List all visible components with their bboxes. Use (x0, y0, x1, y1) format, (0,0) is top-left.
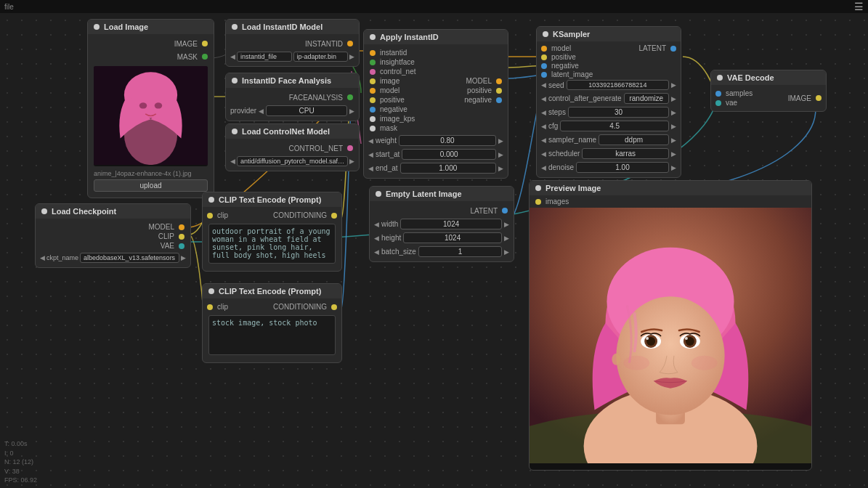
batch-size-widget: ◀ batch_size 1 ▶ (370, 245, 514, 259)
load-image-header: Load Image (88, 20, 214, 34)
load-checkpoint-header: Load Checkpoint (36, 204, 190, 219)
conditioning-neg-out-conn (331, 304, 337, 310)
imagekps-in-conn (370, 116, 376, 122)
negative-in-conn (370, 107, 376, 113)
controlnet-header: Load ControlNet Model (226, 124, 359, 139)
negative-prompt-textarea[interactable]: stock image, stock photo (208, 315, 336, 355)
instantid-output-row: INSTANTID (226, 37, 359, 50)
node-dot (543, 31, 548, 37)
face-analysis-header: InstantID Face Analysis (226, 73, 359, 88)
vae-samples-conn (715, 91, 721, 97)
svg-point-4 (139, 102, 147, 108)
vae-decode-header: VAE Decode (711, 70, 826, 85)
controlnet-output-row: CONTROL_NET (226, 142, 359, 155)
checkpoint-outputs: MODEL CLIP VAE (36, 221, 190, 251)
status-v: V: 38 (4, 467, 37, 476)
positive-prompt-textarea[interactable]: outdoor portrait of a young woman in a w… (208, 224, 336, 264)
clip-text-negative-header: CLIP Text Encode (Prompt) (203, 284, 341, 298)
latent-out-conn (502, 208, 508, 214)
preview-image-display (530, 208, 811, 463)
ckpt-arrow-right[interactable]: ▶ (181, 254, 186, 261)
checkpoint-vae-conn (179, 243, 184, 249)
ckpt-arrow-left[interactable]: ◀ (40, 254, 45, 261)
width-widget: ◀ width 1024 ▶ (370, 217, 514, 231)
provider-arrow-right[interactable]: ▶ (349, 107, 354, 115)
status-bar: T: 0.00s I: 0 N: 12 (12) V: 38 FPS: 06.9… (4, 439, 37, 485)
positive-in-conn (370, 97, 376, 103)
load-instantid-header: Load InstantID Model (226, 20, 359, 34)
control-after-widget: ◀ control_after_generate randomize ▶ (537, 92, 681, 105)
provider-arrow-left[interactable]: ◀ (259, 107, 264, 115)
node-dot (232, 129, 238, 134)
controlnet-model-widget: ◀ antid/diffusion_pytorch_model.safetens… (230, 156, 354, 166)
preview-images-label: images (530, 195, 811, 208)
arrow-left-icon2[interactable]: ◀ (230, 158, 235, 165)
ks-latent-out-conn (670, 46, 676, 52)
start-at-widget: ◀ start_at 0.000 ▶ (364, 147, 508, 161)
svg-point-21 (685, 337, 688, 340)
empty-latent-node: Empty Latent Image LATENT ◀ width 1024 ▶… (369, 186, 514, 262)
image-in-conn (370, 78, 376, 84)
seed-widget: ◀ seed 1033921866788214 ▶ (537, 78, 681, 92)
ks-negative-conn (541, 63, 547, 69)
instantid-output-conn (347, 41, 353, 46)
controlnet-output-conn (347, 145, 353, 151)
status-i: I: 0 (4, 449, 37, 458)
sampler-widget: ◀ sampler_name ddpm ▶ (537, 133, 681, 147)
arrow-left-icon[interactable]: ◀ (230, 53, 235, 60)
image-output-conn (202, 41, 208, 46)
node-dot (370, 34, 376, 40)
arrow-right-icon[interactable]: ▶ (349, 53, 354, 60)
denoise-widget: ◀ denoise 1.00 ▶ (537, 160, 681, 174)
scheduler-widget: ◀ scheduler karras ▶ (537, 147, 681, 160)
svg-point-13 (616, 296, 724, 415)
load-image-preview (94, 66, 208, 166)
arrow-right-icon2[interactable]: ▶ (349, 158, 354, 165)
height-widget: ◀ height 1024 ▶ (370, 231, 514, 245)
ksampler-header: KSampler (537, 27, 681, 41)
faceanalysis-output-row: FACEANALYSIS (226, 91, 359, 104)
node-dot (208, 288, 214, 294)
apply-instantid-header: Apply InstantID (364, 30, 508, 44)
clip-text-positive-header: CLIP Text Encode (Prompt) (203, 192, 341, 207)
end-at-widget: ◀ end_at 1.000 ▶ (364, 161, 508, 175)
svg-point-17 (646, 337, 649, 340)
clip-text-negative-node: CLIP Text Encode (Prompt) clip CONDITION… (202, 283, 342, 363)
apply-instantid-io-row: instantid insightface control_net image … (364, 47, 508, 134)
controlnet-in-conn (370, 69, 376, 75)
app-title: file (4, 3, 14, 11)
node-dot (376, 191, 381, 197)
clip-pos-in-conn (207, 213, 213, 219)
load-controlnet-node: Load ControlNet Model CONTROL_NET ◀ anti… (225, 123, 360, 171)
provider-widget: provider ◀ CPU ▶ (226, 104, 359, 118)
mask-in-conn (370, 126, 376, 131)
svg-point-22 (612, 354, 620, 365)
checkpoint-clip-conn (179, 234, 184, 240)
preview-header: Preview Image (530, 181, 811, 195)
node-dot (208, 197, 214, 203)
cfg-widget: ◀ cfg 4.5 ▶ (537, 119, 681, 133)
load-image-node: Load Image IMAGE MASK (87, 19, 214, 198)
node-dot (232, 78, 238, 84)
svg-point-23 (623, 356, 649, 370)
ks-latent-conn (541, 72, 547, 78)
svg-point-24 (691, 356, 718, 370)
preview-image-node: Preview Image images (529, 180, 812, 471)
node-dot (535, 185, 541, 191)
status-n: N: 12 (12) (4, 458, 37, 467)
empty-latent-header: Empty Latent Image (370, 187, 514, 201)
clip-neg-in-conn (207, 304, 213, 310)
menu-icon[interactable]: ☰ (854, 1, 864, 12)
status-time: T: 0.00s (4, 439, 37, 449)
node-canvas: Load Image IMAGE MASK (0, 13, 868, 488)
apply-instantid-node: Apply InstantID instantid insightface co… (363, 29, 508, 179)
vae-vae-conn (715, 100, 721, 106)
conditioning-pos-out-conn (331, 213, 337, 219)
node-dot (232, 24, 238, 30)
upload-button[interactable]: upload (94, 179, 208, 192)
model-in-conn (370, 88, 376, 94)
ckpt-file-widget: ◀ ckpt_name albedobaseXL_v13.safetensors… (40, 253, 186, 263)
weight-widget: ◀ weight 0.80 ▶ (364, 134, 508, 147)
node-dot (94, 24, 100, 30)
instantid-in-conn (370, 50, 376, 56)
